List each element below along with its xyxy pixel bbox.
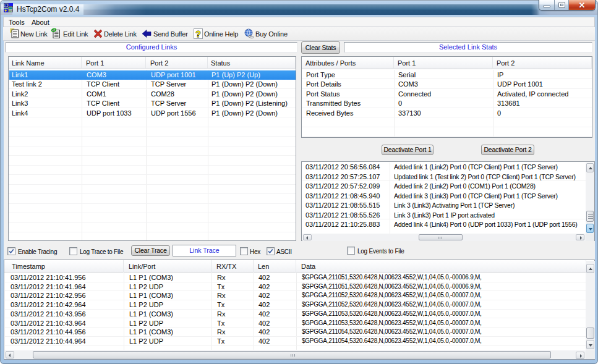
svg-text:?: ? [195, 29, 201, 39]
